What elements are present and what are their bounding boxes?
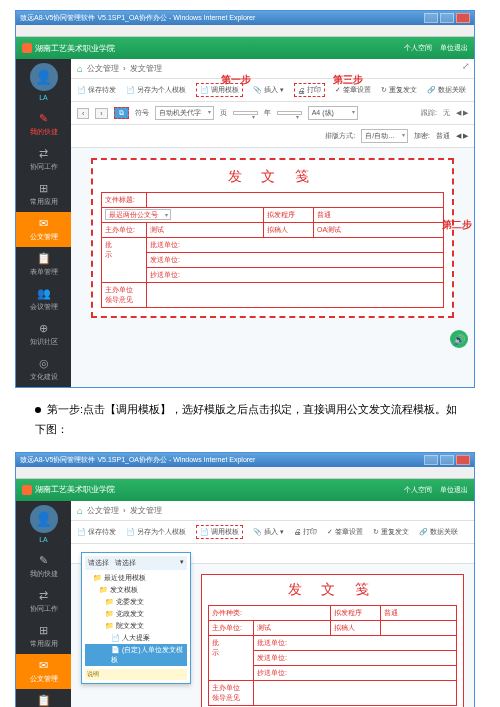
header-space-link-2[interactable]: 个人空间 [404, 485, 432, 495]
header-logout-link-2[interactable]: 单位退出 [440, 485, 468, 495]
toolbar2-save[interactable]: 📄 保存待发 [77, 525, 116, 539]
footer-2: 主办单位领导意见 [209, 680, 254, 705]
sidebar2-item-forms[interactable]: 📋表单管理 [16, 689, 71, 707]
minimize-button-2[interactable] [424, 455, 438, 465]
prev-button[interactable]: ‹ [77, 108, 89, 119]
row1c[interactable]: 普通 [380, 605, 457, 620]
toolbar-save[interactable]: 📄 保存待发 [77, 83, 116, 97]
toolbar-2: 📄 保存待发 📄 另存为个人模板 📄 调用模板 📎 插入 ▾ 🖨 打印 ✓ 签章… [71, 521, 474, 544]
maximize-button-2[interactable] [440, 455, 454, 465]
folder-icon: 📁 [105, 610, 114, 617]
sidebar-name-2: LA [39, 536, 48, 543]
sidebar-item-knowledge[interactable]: ⊕知识社区 [16, 317, 71, 352]
avatar-2[interactable]: 👤 [30, 505, 58, 533]
step-1-label: 第一步 [221, 73, 251, 87]
next-button[interactable]: › [95, 108, 107, 119]
sidebar-item-forms[interactable]: 📋表单管理 [16, 247, 71, 282]
folder-icon: 📁 [105, 622, 114, 629]
tree-item-2[interactable]: 📁党政发文 [85, 608, 187, 620]
tree-item-1[interactable]: 📁党委发文 [85, 596, 187, 608]
sidebar-name: LA [39, 94, 48, 101]
sidebar-item-culture[interactable]: ◎文化建设 [16, 352, 71, 387]
sidebar2-item-quick[interactable]: ✎我的快捷 [16, 549, 71, 584]
tree-item-0[interactable]: 📁发文模板 [85, 584, 187, 596]
row1b: 拟发程序 [330, 605, 380, 620]
tree-item-5-selected[interactable]: 📄 (自定)人单位发文模板 [85, 644, 187, 666]
control-row: ‹ › ⧉ 符号 自动机关代字 页 年 A4 (纵) 跟踪:无 ◀ ▶ [71, 102, 474, 125]
sidebar-item-quick[interactable]: ✎我的快捷 [16, 107, 71, 142]
chaosong-label[interactable]: 抄送单位: [147, 268, 444, 283]
toolbar-print[interactable]: 🖨 打印 [294, 83, 325, 97]
sidebar2-item-apps[interactable]: ⊞常用应用 [16, 619, 71, 654]
program-label: 拟发程序 [263, 208, 313, 223]
sidebar-item-meetings[interactable]: 👥会议管理 [16, 282, 71, 317]
program-val[interactable]: 普通 [313, 208, 443, 223]
breadcrumb-b[interactable]: 发文管理 [130, 63, 162, 74]
minimize-button[interactable] [424, 13, 438, 23]
toolbar2-data-rel[interactable]: 🔗 数据关联 [419, 525, 458, 539]
pishi-2[interactable]: 批送单位: [254, 635, 457, 650]
home-icon[interactable]: ⌂ [77, 63, 83, 74]
year-dropdown[interactable] [233, 111, 258, 115]
exchange-icon: ⇄ [16, 589, 71, 602]
toolbar2-insert[interactable]: 📎 插入 ▾ [253, 525, 284, 539]
expand-icon[interactable]: ⤢ [462, 61, 470, 71]
zhuban-val[interactable]: 测试 [147, 223, 264, 238]
print-mode-dropdown[interactable]: 自/自动… [361, 129, 408, 143]
speaker-icon[interactable]: 🔊 [450, 330, 468, 348]
breadcrumb-a-2[interactable]: 公文管理 [87, 505, 119, 516]
clipboard-icon: 📋 [16, 252, 71, 265]
num-dropdown[interactable] [277, 111, 302, 115]
sidebar-2: 👤 LA ✎我的快捷 ⇄协同工作 ⊞常用应用 ✉公文管理 📋表单管理 👥会议管理… [16, 501, 71, 707]
toolbar2-save-personal[interactable]: 📄 另存为个人模板 [126, 525, 186, 539]
toolbar-repeat[interactable]: ↻ 重复发文 [381, 83, 417, 97]
zhuban-val-2[interactable]: 测试 [254, 620, 331, 635]
fasong-2[interactable]: 发送单位: [254, 650, 457, 665]
header-logout-link[interactable]: 单位退出 [440, 43, 468, 53]
paper-dropdown[interactable]: A4 (纵) [308, 106, 358, 120]
fasong-label[interactable]: 发送单位: [147, 253, 444, 268]
ctrl-btn[interactable]: ⧉ [114, 107, 129, 119]
close-button[interactable] [456, 13, 470, 23]
nigao-val[interactable]: OA测试 [313, 223, 443, 238]
toolbar-data-rel[interactable]: 🔗 数据关联 [427, 83, 466, 97]
pishi-label[interactable]: 批送单位: [147, 238, 444, 253]
tree-header: 请选择 请选择 ▾ [85, 556, 187, 570]
grid-icon: ⊞ [16, 624, 71, 637]
folder-icon: 📁 [93, 574, 102, 581]
chaosong-2[interactable]: 抄送单位: [254, 665, 457, 680]
home-icon-2[interactable]: ⌂ [77, 505, 83, 516]
pencil-icon: ✎ [16, 112, 71, 125]
sidebar-item-apps[interactable]: ⊞常用应用 [16, 177, 71, 212]
secret-dropdown: 最迟两份公文号 [105, 209, 171, 220]
tree-recent[interactable]: 📁最近使用模板 [85, 572, 187, 584]
toolbar-save-personal[interactable]: 📄 另存为个人模板 [126, 83, 186, 97]
jigou-dropdown[interactable]: 自动机关代字 [155, 106, 214, 120]
row1a[interactable]: 办件种类: [209, 605, 331, 620]
popup-note: 说明 [85, 669, 187, 680]
toolbar2-repeat[interactable]: ↻ 重复发文 [373, 525, 409, 539]
toolbar2-use-template[interactable]: 📄 调用模板 [196, 525, 243, 539]
tree-item-3[interactable]: 📁院文发文 [85, 620, 187, 632]
toolbar-insert[interactable]: 📎 插入 ▾ [253, 83, 284, 97]
tree-item-4[interactable]: 📄 人大提案 [85, 632, 187, 644]
close-button-2[interactable] [456, 455, 470, 465]
form-table: 文件标题: 最迟两份公文号 拟发程序 普通 主办单位: 测试 拟稿人 [101, 192, 444, 308]
breadcrumb-b-2[interactable]: 发文管理 [130, 505, 162, 516]
mail-icon: ✉ [16, 217, 71, 230]
avatar[interactable]: 👤 [30, 63, 58, 91]
sidebar-item-docs[interactable]: ✉公文管理 [16, 212, 71, 247]
fuhao-label: 符号 [135, 108, 149, 118]
maximize-button[interactable] [440, 13, 454, 23]
mail-icon: ✉ [16, 659, 71, 672]
header-space-link[interactable]: 个人空间 [404, 43, 432, 53]
toolbar2-print[interactable]: 🖨 打印 [294, 525, 317, 539]
toolbar2-sign[interactable]: ✓ 签章设置 [327, 525, 363, 539]
breadcrumb-a[interactable]: 公文管理 [87, 63, 119, 74]
app-name: 湖南工艺美术职业学院 [35, 43, 115, 54]
sidebar2-item-docs[interactable]: ✉公文管理 [16, 654, 71, 689]
app-logo-2: 湖南工艺美术职业学院 [22, 484, 115, 495]
sidebar2-item-collab[interactable]: ⇄协同工作 [16, 584, 71, 619]
sidebar-item-collab[interactable]: ⇄协同工作 [16, 142, 71, 177]
breadcrumb: ⌂ 公文管理 › 发文管理 ⤢ [71, 59, 474, 79]
